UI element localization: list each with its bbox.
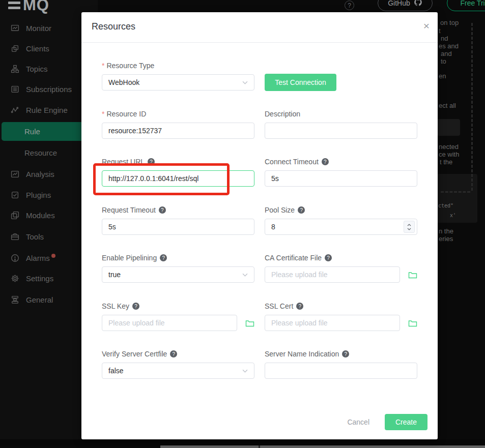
description-label: Description bbox=[265, 109, 417, 119]
resource-type-select[interactable]: WebHook bbox=[102, 74, 254, 91]
chevron-down-icon bbox=[407, 228, 411, 230]
ssl-cert-label: SSL Cert ? bbox=[265, 301, 417, 311]
help-icon[interactable]: ? bbox=[132, 303, 139, 310]
resource-type-label: * Resource Type bbox=[102, 61, 254, 71]
chevron-down-icon bbox=[242, 273, 248, 277]
ssl-key-label: SSL Key ? bbox=[102, 301, 254, 311]
modal-footer: Cancel Create bbox=[347, 414, 427, 430]
folder-upload-icon[interactable] bbox=[245, 319, 254, 327]
close-icon[interactable]: × bbox=[423, 20, 430, 31]
ca-certificate-file-input[interactable] bbox=[265, 266, 400, 283]
create-button[interactable]: Create bbox=[385, 414, 427, 430]
modal-title: Resources bbox=[92, 21, 135, 32]
ssl-key-input[interactable] bbox=[102, 315, 237, 331]
help-icon[interactable]: ? bbox=[322, 158, 329, 165]
test-connection-button[interactable]: Test Connection bbox=[265, 74, 336, 91]
help-icon[interactable]: ? bbox=[170, 350, 177, 357]
help-icon[interactable]: ? bbox=[159, 206, 166, 214]
enable-pipelining-select[interactable]: true bbox=[102, 266, 254, 283]
connect-timeout-input[interactable] bbox=[265, 170, 417, 187]
server-name-indication-input[interactable] bbox=[265, 363, 417, 379]
chevron-down-icon bbox=[242, 81, 248, 84]
resource-id-label: * Resource ID bbox=[102, 109, 254, 119]
verify-server-certfile-select[interactable]: false bbox=[102, 363, 254, 379]
modal-header: Resources × bbox=[81, 12, 438, 43]
help-icon[interactable]: ? bbox=[296, 303, 303, 310]
pool-size-input[interactable] bbox=[265, 219, 417, 235]
help-icon[interactable]: ? bbox=[342, 350, 349, 357]
request-timeout-input[interactable] bbox=[102, 219, 254, 235]
help-icon[interactable]: ? bbox=[298, 206, 305, 214]
cancel-button[interactable]: Cancel bbox=[347, 418, 369, 426]
help-icon[interactable]: ? bbox=[148, 158, 155, 165]
request-url-input[interactable] bbox=[102, 170, 254, 187]
resources-modal: Resources × * Resource Type WebHook Test… bbox=[81, 12, 438, 439]
enable-pipelining-label: Enable Pipelining ? bbox=[102, 253, 254, 263]
folder-upload-icon[interactable] bbox=[408, 319, 417, 327]
connect-timeout-label: Connect Timeout ? bbox=[265, 157, 417, 167]
description-input[interactable] bbox=[265, 123, 417, 139]
chevron-up-icon bbox=[407, 224, 411, 226]
ssl-cert-input[interactable] bbox=[265, 315, 400, 331]
quantity-stepper[interactable] bbox=[404, 221, 415, 233]
server-name-indication-label: Server Name Indication ? bbox=[265, 349, 417, 359]
help-icon[interactable]: ? bbox=[325, 254, 332, 261]
help-icon[interactable]: ? bbox=[160, 254, 167, 261]
resource-type-value: WebHook bbox=[108, 78, 139, 86]
verify-server-certfile-value: false bbox=[108, 367, 124, 375]
request-url-label: Request URL ? bbox=[102, 157, 254, 167]
required-mark: * bbox=[102, 110, 104, 118]
request-timeout-label: Request Timeout ? bbox=[102, 205, 254, 215]
verify-server-certfile-label: Verify Server Certfile ? bbox=[102, 349, 254, 359]
chevron-down-icon bbox=[242, 369, 248, 373]
pool-size-label: Pool Size ? bbox=[265, 205, 417, 215]
folder-upload-icon[interactable] bbox=[408, 271, 417, 279]
required-mark: * bbox=[102, 62, 104, 70]
enable-pipelining-value: true bbox=[108, 271, 121, 279]
ca-certificate-file-label: CA Certificate File ? bbox=[265, 253, 417, 263]
resource-id-input[interactable] bbox=[102, 123, 254, 139]
